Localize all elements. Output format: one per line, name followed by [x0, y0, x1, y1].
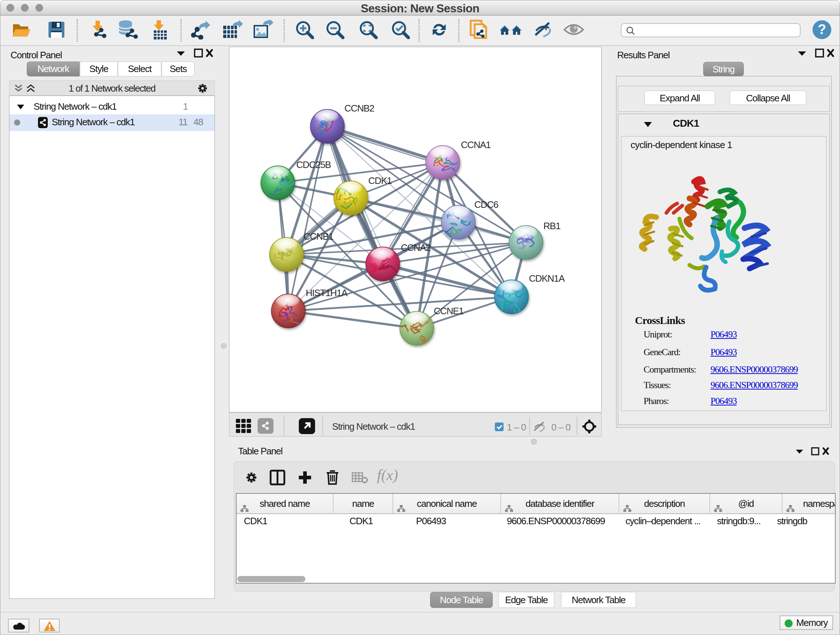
svg-text:CCNB1: CCNB1 — [303, 231, 333, 242]
svg-text:HIST1H1A: HIST1H1A — [306, 287, 348, 298]
svg-text:?: ? — [818, 22, 826, 37]
svg-text:CDKN1A: CDKN1A — [529, 273, 565, 284]
svg-text:CDC25B: CDC25B — [296, 159, 331, 170]
svg-text:CCNA2: CCNA2 — [401, 242, 431, 253]
svg-text:CCNE1: CCNE1 — [434, 306, 464, 317]
svg-text:CDK1: CDK1 — [368, 175, 392, 186]
svg-text:CCNA1: CCNA1 — [461, 139, 491, 150]
svg-text:CDC6: CDC6 — [474, 199, 499, 210]
svg-text:CCNB2: CCNB2 — [344, 103, 374, 114]
svg-text:RB1: RB1 — [543, 220, 561, 231]
